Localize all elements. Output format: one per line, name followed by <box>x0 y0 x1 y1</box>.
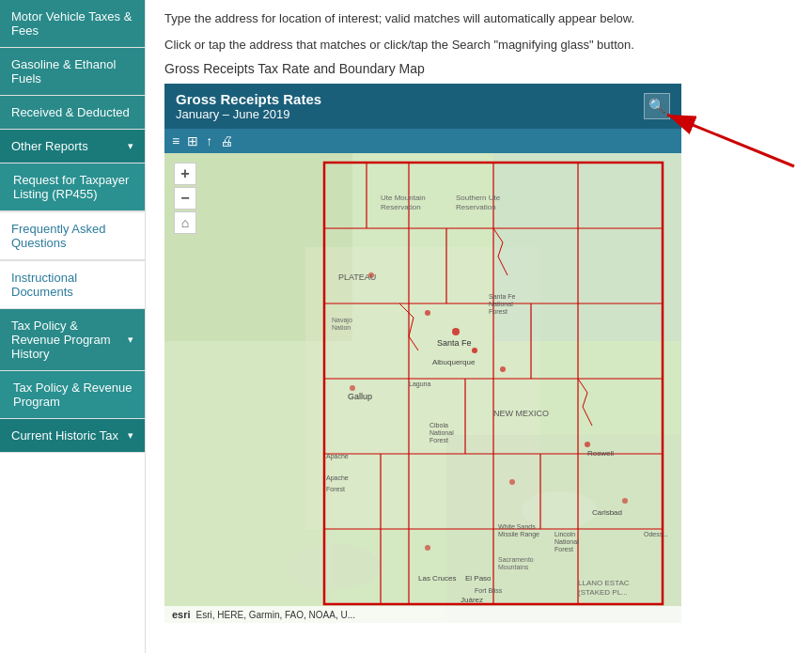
svg-rect-4 <box>493 153 681 341</box>
arrow-down-icon: ▾ <box>128 140 133 152</box>
sidebar-item-other-reports[interactable]: Other Reports ▾ <box>0 130 145 163</box>
svg-text:LLANO ESTAC: LLANO ESTAC <box>578 579 630 587</box>
sidebar-item-tax-policy-history[interactable]: Tax Policy & Revenue Program History ▾ <box>0 309 145 371</box>
svg-text:Carlsbad: Carlsbad <box>592 508 622 517</box>
zoom-out-button[interactable]: − <box>174 187 196 210</box>
grid-icon[interactable]: ⊞ <box>187 133 198 148</box>
svg-point-18 <box>472 348 477 353</box>
sidebar-item-faq[interactable]: Frequently Asked Questions <box>0 212 145 260</box>
sidebar-item-label: Current Historic Tax <box>11 428 118 443</box>
sidebar-item-label: Gasoline & Ethanol Fuels <box>11 57 116 86</box>
svg-text:Apache: Apache <box>326 453 349 460</box>
map-controls: + − ⌂ <box>174 163 196 234</box>
svg-text:Apache: Apache <box>326 474 349 482</box>
svg-text:Ute Mountain: Ute Mountain <box>381 194 426 202</box>
main-content: Type the address for location of interes… <box>146 0 812 653</box>
svg-text:Nation: Nation <box>332 324 351 331</box>
arrow-down-icon: ▾ <box>128 334 133 346</box>
svg-text:Forest: Forest <box>489 308 508 315</box>
svg-text:Santa Fe: Santa Fe <box>437 338 472 348</box>
sidebar-item-instructional[interactable]: Instructional Documents <box>0 261 145 309</box>
sidebar-item-tax-policy[interactable]: Tax Policy & Revenue Program <box>0 371 145 419</box>
svg-text:Las Cruces: Las Cruces <box>418 574 456 583</box>
sidebar-item-label: Instructional Documents <box>11 271 77 299</box>
map-attribution: esri Esri, HERE, Garmin, FAO, NOAA, U... <box>164 606 681 623</box>
svg-text:Gallup: Gallup <box>348 392 372 401</box>
sidebar-item-received-deducted[interactable]: Received & Deducted <box>0 96 145 130</box>
map-search-button[interactable]: 🔍 <box>644 93 670 119</box>
svg-text:Missile Range: Missile Range <box>498 531 539 538</box>
instruction-text-2: Click or tap the address that matches or… <box>164 36 793 54</box>
svg-text:Juárez: Juárez <box>461 596 483 604</box>
svg-text:Forest: Forest <box>429 437 448 443</box>
arrow-down-icon: ▾ <box>128 429 133 442</box>
svg-text:PLATEAU: PLATEAU <box>338 272 376 282</box>
svg-point-17 <box>452 328 460 335</box>
svg-point-20 <box>500 366 506 372</box>
svg-text:Reservation: Reservation <box>456 203 496 211</box>
sidebar-item-label: Request for Taxpayer Listing (RP455) <box>13 173 129 201</box>
svg-text:National: National <box>489 301 513 307</box>
svg-line-65 <box>667 115 794 166</box>
map-header-title: Gross Receipts Rates <box>176 91 321 107</box>
map-header: Gross Receipts Rates January – June 2019… <box>164 84 681 129</box>
svg-point-26 <box>425 545 430 551</box>
svg-text:NEW MEXICO: NEW MEXICO <box>493 409 549 418</box>
svg-text:Fort Bliss: Fort Bliss <box>475 587 503 594</box>
sidebar-item-label: Tax Policy & Revenue Program <box>13 381 132 409</box>
map-body: Gallup Santa Fe Albuquerque Roswell Carl… <box>164 153 681 623</box>
svg-text:Santa Fe: Santa Fe <box>489 293 516 300</box>
sidebar-item-label: Other Reports <box>11 139 88 153</box>
svg-text:Cibola: Cibola <box>429 422 448 428</box>
svg-point-19 <box>425 310 430 316</box>
svg-text:Reservation: Reservation <box>381 203 421 211</box>
svg-point-22 <box>622 498 628 504</box>
sidebar-item-taxpayer-listing[interactable]: Request for Taxpayer Listing (RP455) <box>0 163 145 211</box>
svg-text:Forest: Forest <box>326 486 345 492</box>
sidebar-item-gasoline[interactable]: Gasoline & Ethanol Fuels <box>0 48 145 96</box>
instruction-text-1: Type the address for location of interes… <box>164 9 793 28</box>
share-icon[interactable]: ↑ <box>206 133 212 148</box>
zoom-in-button[interactable]: + <box>174 163 196 185</box>
svg-text:(STAKED PL...: (STAKED PL... <box>578 588 628 597</box>
sidebar-item-label: Frequently Asked Questions <box>11 222 105 250</box>
home-button[interactable]: ⌂ <box>174 211 196 234</box>
svg-text:Laguna: Laguna <box>409 381 430 388</box>
svg-text:Roswell: Roswell <box>587 449 614 458</box>
svg-text:White Sands: White Sands <box>498 523 536 530</box>
map-toolbar: ≡ ⊞ ↑ 🖨 <box>164 129 681 153</box>
search-icon: 🔍 <box>648 98 666 115</box>
sidebar-item-label: Motor Vehicle Taxes & Fees <box>11 9 132 38</box>
svg-text:El Paso: El Paso <box>465 574 492 583</box>
map-svg: Gallup Santa Fe Albuquerque Roswell Carl… <box>164 153 681 623</box>
map-header-subtitle: January – June 2019 <box>176 107 321 121</box>
sidebar-item-label: Tax Policy & Revenue Program History <box>11 319 128 361</box>
print-icon[interactable]: 🖨 <box>220 133 233 148</box>
svg-text:National: National <box>429 429 454 436</box>
sidebar: Motor Vehicle Taxes & Fees Gasoline & Et… <box>0 0 146 653</box>
attribution-text: Esri, HERE, Garmin, FAO, NOAA, U... <box>196 610 355 620</box>
svg-text:Odess...: Odess... <box>644 531 668 537</box>
svg-text:Southern Ute: Southern Ute <box>456 194 501 202</box>
map-section-title: Gross Receipts Tax Rate and Boundary Map <box>164 61 793 76</box>
sidebar-item-current-historic[interactable]: Current Historic Tax ▾ <box>0 419 145 453</box>
svg-text:Navajo: Navajo <box>332 317 352 324</box>
esri-logo: esri <box>172 609 191 620</box>
map-container: Gross Receipts Rates January – June 2019… <box>164 84 681 623</box>
svg-point-23 <box>350 385 355 391</box>
svg-point-25 <box>509 479 515 485</box>
svg-text:National: National <box>554 538 579 545</box>
svg-text:Mountains: Mountains <box>498 564 529 570</box>
svg-text:Lincoln: Lincoln <box>554 531 575 537</box>
svg-point-21 <box>585 442 590 447</box>
svg-text:Sacramento: Sacramento <box>498 556 534 563</box>
sidebar-item-label: Received & Deducted <box>11 105 130 119</box>
sidebar-item-motor-vehicle[interactable]: Motor Vehicle Taxes & Fees <box>0 0 145 48</box>
svg-text:Albuquerque: Albuquerque <box>432 358 476 366</box>
svg-text:Forest: Forest <box>554 546 573 552</box>
layers-icon[interactable]: ≡ <box>172 133 180 148</box>
svg-point-7 <box>287 543 381 590</box>
